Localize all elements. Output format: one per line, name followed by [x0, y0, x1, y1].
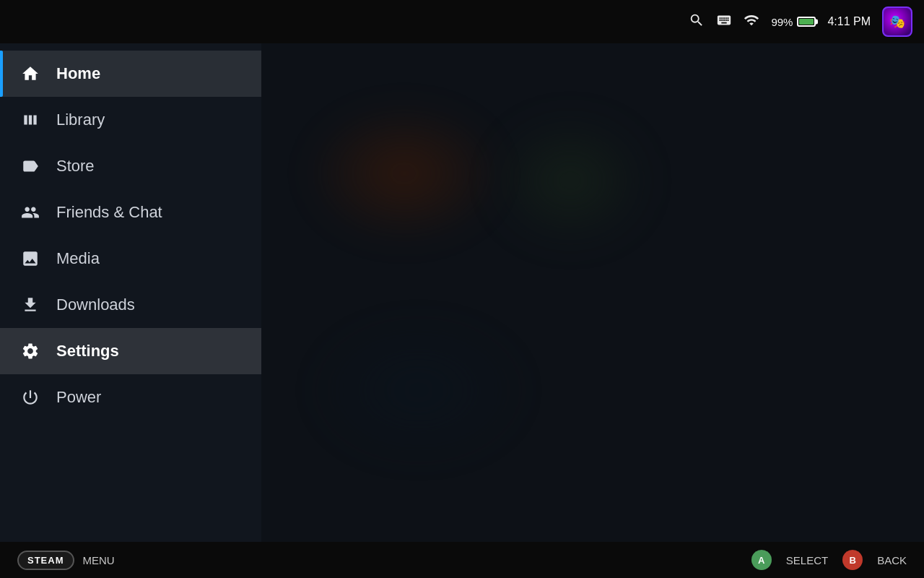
sidebar-label-media: Media: [56, 249, 100, 268]
avatar[interactable]: 🎭: [882, 7, 912, 37]
sidebar-item-media[interactable]: Media: [0, 236, 261, 282]
sidebar-label-library: Library: [56, 111, 105, 129]
search-icon[interactable]: [689, 12, 705, 32]
sidebar-label-power: Power: [56, 388, 101, 407]
sidebar: Home Library Store Friends & Chat: [0, 43, 261, 542]
sidebar-label-store: Store: [56, 157, 95, 176]
friends-icon: [20, 202, 40, 223]
sidebar-item-store[interactable]: Store: [0, 143, 261, 189]
clock: 4:11 PM: [827, 15, 871, 28]
sidebar-label-downloads: Downloads: [56, 296, 135, 314]
sidebar-item-home[interactable]: Home: [0, 51, 261, 97]
sidebar-label-settings: Settings: [56, 342, 119, 361]
sidebar-item-friends[interactable]: Friends & Chat: [0, 189, 261, 236]
wifi-icon: [744, 12, 759, 32]
battery-indicator: 99%: [771, 16, 816, 28]
sidebar-label-friends: Friends & Chat: [56, 203, 162, 222]
sidebar-item-downloads[interactable]: Downloads: [0, 282, 261, 328]
library-icon: [20, 110, 40, 130]
downloads-icon: [20, 295, 40, 315]
bottom-right-controls: A SELECT B BACK: [751, 550, 907, 570]
topbar: 99% 4:11 PM 🎭: [0, 0, 924, 43]
menu-label: MENU: [83, 554, 115, 566]
media-icon: [20, 249, 40, 269]
keyboard-icon[interactable]: [716, 12, 732, 32]
select-label: SELECT: [786, 554, 828, 566]
avatar-image: 🎭: [884, 9, 910, 35]
sidebar-item-power[interactable]: Power: [0, 374, 261, 420]
settings-icon: [20, 341, 40, 361]
battery-icon: [797, 17, 816, 27]
a-button[interactable]: A: [751, 550, 772, 570]
sidebar-item-library[interactable]: Library: [0, 97, 261, 143]
store-icon: [20, 156, 40, 176]
home-icon: [20, 64, 40, 84]
back-label: BACK: [877, 554, 907, 566]
sidebar-item-settings[interactable]: Settings: [0, 328, 261, 374]
battery-percent-label: 99%: [771, 16, 793, 28]
main-content: Home Library Store Friends & Chat: [0, 43, 924, 542]
power-icon: [20, 387, 40, 407]
steam-button[interactable]: STEAM: [17, 551, 74, 570]
sidebar-label-home: Home: [56, 64, 100, 83]
bottom-left-controls: STEAM MENU: [17, 551, 115, 570]
b-button[interactable]: B: [842, 550, 863, 570]
bottombar: STEAM MENU A SELECT B BACK: [0, 542, 924, 578]
